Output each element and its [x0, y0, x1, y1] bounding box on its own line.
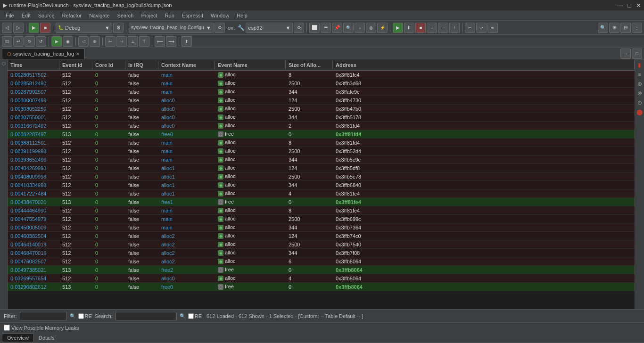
- toolbar-btn4[interactable]: ⚡: [377, 23, 388, 33]
- tb2-action2[interactable]: ⊣: [116, 36, 127, 47]
- menu-navigate[interactable]: Navigate: [85, 12, 113, 19]
- layout-btn[interactable]: ⊟: [620, 23, 631, 33]
- view-toggle-btn[interactable]: ⊞: [609, 23, 619, 33]
- leak-checkbox[interactable]: [4, 325, 10, 331]
- left-sidebar-icon[interactable]: ⬡: [2, 61, 6, 66]
- table-row[interactable]: 0.003166724925120falsealloc0◆alloc20x3ff…: [8, 122, 635, 130]
- filter-icon[interactable]: 🔍: [70, 313, 75, 318]
- tab-overview[interactable]: Overview: [2, 334, 34, 342]
- toolbar-btn2[interactable]: ⬦: [355, 23, 365, 33]
- pin-btn[interactable]: 📌: [332, 23, 342, 33]
- config-dropdown[interactable]: sysview_tracing_heap_log Configu ▼: [129, 23, 214, 33]
- step-return-btn[interactable]: ↑: [449, 23, 460, 33]
- table-row[interactable]: 0.003936524965120falsemain◆alloc3440x3ff…: [8, 155, 635, 164]
- sidebar-icon-2[interactable]: ≡: [636, 71, 644, 78]
- table-row[interactable]: 0.002879925075120falsemain◆alloc3440x3ff…: [8, 88, 635, 96]
- table-row[interactable]: 0.003911999985120falsemain◆alloc25000x3f…: [8, 147, 635, 155]
- stop-button[interactable]: ■: [40, 23, 50, 33]
- tb2-circle-btn[interactable]: ◉: [63, 36, 73, 47]
- tab-details[interactable]: Details: [34, 334, 59, 342]
- table-row[interactable]: 0.004973850215130falsefree2⬡free00x3ffb8…: [8, 266, 635, 274]
- config-settings-btn[interactable]: ⚙: [215, 23, 225, 33]
- menu-run[interactable]: Run: [161, 12, 178, 19]
- tb2-btn3[interactable]: ↻: [25, 36, 35, 47]
- table-body[interactable]: 0.002805175025120falsemain◆alloc80x3ff81…: [8, 71, 635, 309]
- table-row[interactable]: 0.004080099985120falsealloc1◆alloc25000x…: [8, 172, 635, 181]
- search-input[interactable]: [116, 312, 177, 320]
- tb2-btn1[interactable]: ⊡: [2, 36, 12, 47]
- table-row[interactable]: 0.032695576545120falsealloc0◆alloc40x3ff…: [8, 274, 635, 283]
- toolbar-btn1[interactable]: 🔍: [343, 23, 354, 33]
- pause-btn[interactable]: ⏸: [404, 23, 414, 33]
- menu-source[interactable]: Source: [34, 12, 58, 19]
- tb2-action4[interactable]: ⊤: [139, 36, 149, 47]
- table-row[interactable]: 0.003822874975130falsefree0⬡free00x3ff81…: [8, 130, 635, 139]
- table-row[interactable]: 0.004042699935120falsealloc1◆alloc1240x3…: [8, 164, 635, 172]
- run-last-button[interactable]: ▶: [29, 23, 39, 33]
- sidebar-icon-5[interactable]: ⊙: [636, 99, 644, 106]
- tab-max-btn[interactable]: □: [632, 49, 642, 59]
- filter-re-checkbox[interactable]: [78, 313, 84, 319]
- table-row[interactable]: 0.004475549795120falsemain◆alloc25000x3f…: [8, 215, 635, 223]
- minimize-button[interactable]: —: [617, 2, 623, 9]
- col-header-address[interactable]: Address: [333, 61, 635, 69]
- search-re-checkbox[interactable]: [188, 313, 194, 319]
- table-row[interactable]: 0.032908026125130falsefree0⬡free00x3ffb8…: [8, 283, 635, 291]
- table-row[interactable]: 0.004384700205130falsefree1⬡free00x3ff81…: [8, 198, 635, 206]
- menu-window[interactable]: Window: [207, 12, 233, 19]
- col-header-coreid[interactable]: Core Id: [92, 61, 125, 69]
- tab-min-btn[interactable]: ─: [620, 49, 631, 59]
- search-icon[interactable]: 🔍: [180, 313, 185, 318]
- esp-dropdown[interactable]: esp32 ▼: [246, 23, 293, 33]
- run-btn[interactable]: ▶: [393, 23, 403, 33]
- table-row[interactable]: 0.003030522505120falsealloc0◆alloc25000x…: [8, 105, 635, 113]
- table-row[interactable]: 0.004641400185120falsealloc2◆alloc25000x…: [8, 240, 635, 249]
- misc-btn3[interactable]: ⤼: [487, 23, 498, 33]
- col-header-isirq[interactable]: Is IRQ: [125, 61, 158, 69]
- step-into-btn[interactable]: ↓: [427, 23, 437, 33]
- tb2-export-btn[interactable]: ⬆: [182, 36, 192, 47]
- table-row[interactable]: 0.002805175025120falsemain◆alloc80x3ff81…: [8, 71, 635, 79]
- misc-btn2[interactable]: ⤻: [476, 23, 487, 33]
- col-header-eventname[interactable]: Event Name: [215, 61, 286, 69]
- tab-close-button[interactable]: ✕: [76, 51, 80, 57]
- table-row[interactable]: 0.003000074995120falsealloc0◆alloc1240x3…: [8, 96, 635, 105]
- menu-help[interactable]: Help: [233, 12, 251, 19]
- menu-search[interactable]: Search: [114, 12, 138, 19]
- filter-input[interactable]: [20, 312, 67, 320]
- menu-espressif[interactable]: Espressif: [178, 12, 207, 19]
- tb2-arrow2[interactable]: ⊕: [90, 36, 100, 47]
- table-row[interactable]: 0.004103349985120falsealloc1◆alloc3440x3…: [8, 181, 635, 189]
- tb2-btn2[interactable]: ↩: [13, 36, 24, 47]
- toolbar-btn3[interactable]: ◎: [366, 23, 376, 33]
- forward-button[interactable]: ▷: [13, 23, 24, 33]
- sidebar-icon-3[interactable]: ⊕: [636, 80, 644, 88]
- table-row[interactable]: 0.002858124905120falsemain◆alloc25000x3f…: [8, 79, 635, 88]
- table-row[interactable]: 0.004603825045120falsealloc2◆alloc1240x3…: [8, 232, 635, 240]
- col-header-eventid[interactable]: Event Id: [59, 61, 92, 69]
- main-tab[interactable]: ⬡ sysview_tracing_heap_log ✕: [2, 49, 85, 59]
- sidebar-icon-1[interactable]: ▮: [636, 61, 644, 69]
- close-button[interactable]: ✕: [636, 2, 641, 9]
- col-header-time[interactable]: Time: [8, 61, 59, 69]
- col-header-size[interactable]: Size of Allo...: [286, 61, 333, 69]
- view-btn[interactable]: ☰: [321, 23, 331, 33]
- stop-debug-btn[interactable]: ■: [415, 23, 426, 33]
- debug-dropdown[interactable]: 🐛 Debug ▼: [56, 23, 112, 33]
- tb2-nav1[interactable]: ⟵: [155, 36, 165, 47]
- table-row[interactable]: 0.003075500015120falsealloc0◆alloc3440x3…: [8, 113, 635, 122]
- sidebar-icon-4[interactable]: ⊗: [636, 90, 644, 97]
- debug-config-btn[interactable]: ⚙: [113, 23, 124, 33]
- tb2-action3[interactable]: ⊥: [128, 36, 138, 47]
- step-over-btn[interactable]: →: [438, 23, 448, 33]
- sidebar-icon-6[interactable]: ⬤: [636, 108, 644, 116]
- tb2-action1[interactable]: ⊢: [105, 36, 116, 47]
- tb2-arrow1[interactable]: ◁: [78, 36, 89, 47]
- more-btn[interactable]: ⋮: [632, 23, 642, 33]
- search-toolbar-btn[interactable]: 🔍: [598, 23, 608, 33]
- tb2-start-btn[interactable]: ▶: [51, 36, 62, 47]
- tb2-btn4[interactable]: ↺: [36, 36, 46, 47]
- menu-refactor[interactable]: Refactor: [58, 12, 86, 19]
- misc-btn1[interactable]: ⤺: [465, 23, 475, 33]
- maximize-button[interactable]: □: [627, 2, 631, 9]
